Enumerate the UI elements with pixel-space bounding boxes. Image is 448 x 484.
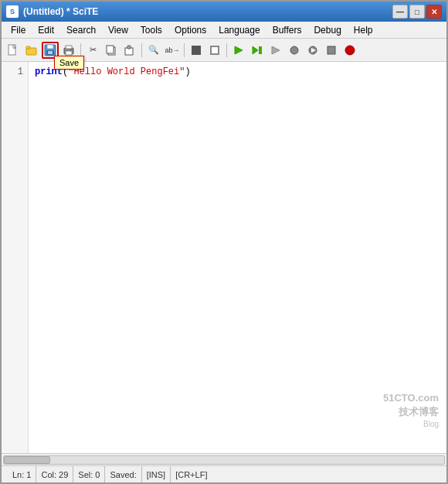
svg-point-23 — [293, 49, 296, 52]
svg-rect-8 — [66, 51, 72, 55]
h-scrollbar-thumb[interactable] — [4, 456, 50, 464]
status-sel: Sel: 0 — [73, 466, 105, 482]
svg-rect-14 — [127, 46, 131, 49]
close-button[interactable]: ✕ — [426, 5, 442, 19]
code-line-1: print("Hello World PengFei") — [35, 65, 440, 79]
svg-rect-20 — [259, 46, 262, 54]
menu-file[interactable]: File — [5, 22, 32, 38]
toolbar-sep-3 — [184, 43, 185, 57]
paste-button[interactable] — [121, 42, 138, 59]
stop-button[interactable] — [267, 42, 284, 59]
menu-buffers[interactable]: Buffers — [266, 22, 308, 38]
line-numbers: 1 — [2, 62, 29, 453]
new-button[interactable] — [5, 42, 22, 59]
toolbar-btn9[interactable] — [188, 42, 205, 59]
toolbar-sep-4 — [226, 43, 227, 57]
toolbar-play[interactable] — [304, 42, 321, 59]
open-button[interactable] — [23, 42, 40, 59]
menu-view[interactable]: View — [102, 22, 134, 38]
status-bar: Ln: 1 Col: 29 Sel: 0 Saved: [INS] [CR+LF… — [2, 465, 446, 482]
svg-marker-18 — [235, 46, 243, 54]
svg-rect-17 — [212, 47, 218, 53]
toolbar-stop-red[interactable] — [341, 42, 358, 59]
find-button[interactable]: 🔍 — [145, 42, 162, 59]
editor-container: 1 print("Hello World PengFei") 51CTO.com… — [2, 62, 446, 453]
svg-marker-19 — [253, 46, 258, 54]
copy-button[interactable] — [103, 42, 120, 59]
svg-rect-9 — [66, 46, 72, 49]
app-icon: S — [6, 5, 19, 18]
status-ins: [INS] — [142, 466, 171, 482]
title-buttons: — □ ✕ — [392, 5, 442, 19]
title-bar-left: S (Untitled) * SciTE — [6, 5, 98, 18]
menu-tools[interactable]: Tools — [134, 22, 168, 38]
svg-rect-4 — [47, 45, 53, 49]
h-scrollbar[interactable] — [2, 453, 446, 465]
toolbar-rec[interactable] — [286, 42, 303, 59]
menu-search[interactable]: Search — [60, 22, 102, 38]
status-col: Col: 29 — [36, 466, 73, 482]
find-replace-button[interactable]: ab→ — [164, 42, 181, 59]
run-button[interactable] — [230, 42, 247, 59]
toolbar-sep-2 — [141, 43, 142, 57]
toolbar-btn10[interactable] — [206, 42, 223, 59]
save-tooltip: Save — [54, 56, 84, 70]
status-saved: Saved: — [105, 466, 141, 482]
title-bar: S (Untitled) * SciTE — □ ✕ — [2, 2, 446, 22]
code-paren-close: ) — [185, 66, 190, 77]
svg-point-27 — [345, 46, 355, 55]
menu-language[interactable]: Language — [212, 22, 266, 38]
menu-options[interactable]: Options — [168, 22, 212, 38]
svg-rect-6 — [48, 51, 53, 54]
minimize-button[interactable]: — — [392, 5, 408, 19]
cut-button[interactable]: ✂ — [84, 42, 101, 59]
menu-debug[interactable]: Debug — [307, 22, 347, 38]
svg-point-10 — [70, 49, 72, 50]
toolbar: ✂ 🔍 ab→ — [2, 39, 446, 62]
status-ln: Ln: 1 — [8, 466, 36, 482]
main-window: S (Untitled) * SciTE — □ ✕ File Edit Sea… — [0, 0, 448, 484]
run-step-button[interactable] — [249, 42, 266, 59]
toolbar-sep-1 — [80, 43, 81, 57]
window-title: (Untitled) * SciTE — [23, 6, 98, 17]
menu-bar: File Edit Search View Tools Options Lang… — [2, 22, 446, 39]
toolbar-end[interactable] — [323, 42, 340, 59]
svg-rect-15 — [192, 46, 201, 55]
string-literal: "Hello World PengFei" — [68, 66, 185, 77]
svg-marker-21 — [272, 46, 280, 54]
svg-rect-2 — [26, 46, 30, 49]
menu-help[interactable]: Help — [348, 22, 379, 38]
code-area[interactable]: print("Hello World PengFei") — [29, 62, 446, 453]
menu-edit[interactable]: Edit — [32, 22, 60, 38]
svg-rect-12 — [107, 46, 114, 53]
maximize-button[interactable]: □ — [409, 5, 425, 19]
h-scrollbar-track[interactable] — [3, 455, 445, 465]
line-number: 1 — [2, 65, 23, 79]
status-crlf: [CR+LF] — [171, 466, 212, 482]
svg-rect-26 — [328, 46, 335, 54]
